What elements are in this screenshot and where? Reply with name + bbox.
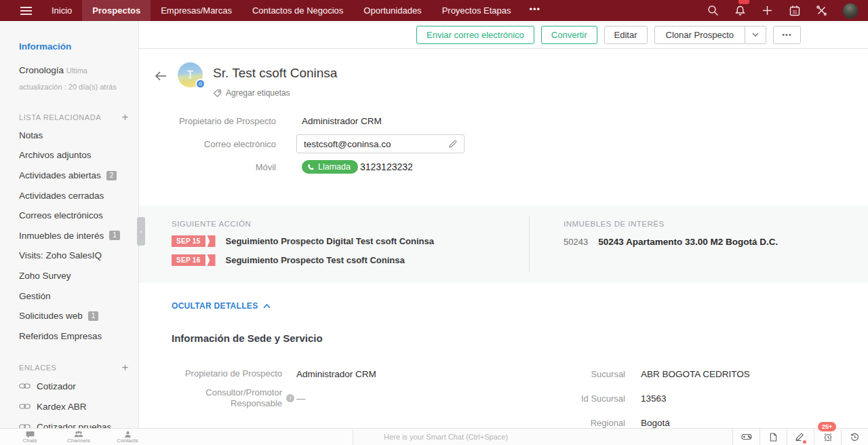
detail-label-consultor: Consultor/Promotor Responsable i [172,387,282,409]
detail-value-regional: Bogotá [641,418,670,428]
add-tags-button[interactable]: Agregar etiquetas [213,88,337,98]
chain-link-icon [19,403,31,410]
chats-tab[interactable]: Chats [5,431,54,444]
crm-app: Inicio Prospectos Empresas/Marcas Contac… [0,0,868,445]
history-button[interactable] [841,429,868,445]
add-related-list-icon[interactable]: + [121,111,129,124]
sidebar-item-actividades-cerradas[interactable]: Actividades cerradas [19,185,138,206]
document-icon [770,433,777,442]
call-button[interactable]: Llamada [302,160,358,174]
chevron-up-icon [263,304,271,309]
game-controller-icon [741,433,752,440]
record-avatar[interactable]: T 0 [178,62,203,88]
count-badge: 1 [109,231,120,240]
sidebar-item-inmuebles[interactable]: Inmuebles de interés1 [19,226,138,246]
smart-chat-input[interactable] [353,433,732,441]
sidebar-item-solicitudes[interactable]: Solicitudes web1 [19,306,138,326]
field-label-owner: Propietario de Prospecto [172,116,276,126]
sidebar-link-cotizador[interactable]: Cotizador [19,376,138,396]
property-id: 50243 [564,237,588,247]
convert-button[interactable]: Convertir [541,26,597,44]
tools-setup-icon[interactable] [815,4,828,17]
detail-value-id-sucursal: 13563 [641,393,667,404]
detail-fields-grid: Propietario de Prospecto Administrador C… [172,362,868,428]
detail-value-consultor: — [296,393,306,404]
sidebar-item-archivos[interactable]: Archivos adjuntos [19,145,138,166]
footer-utility-icons [732,429,868,445]
sidebar-item-survey[interactable]: Zoho Survey [19,266,138,286]
nav-item-empresas[interactable]: Empresas/Marcas [151,0,242,21]
property-name[interactable]: 50243 Apartamento 33.00 M2 Bogotá D.C. [598,237,778,247]
nav-item-contactos[interactable]: Contactos de Negocios [242,0,353,21]
sidebar-item-gestion[interactable]: Gestión [19,286,138,306]
notification-badge [738,0,749,4]
mobile-number[interactable]: 3123123232 [360,161,413,172]
send-email-button[interactable]: Enviar correo electrónico [416,26,534,44]
alarm-clock-icon [823,433,833,442]
sidebar-item-correos[interactable]: Correos electrónicos [19,206,138,226]
clone-button[interactable]: Clonar Prospecto [655,26,745,43]
detail-label-owner: Propietario de Prospecto [172,368,282,379]
nav-item-proyectos[interactable]: Proyectos Etapas [432,0,521,21]
sidebar-item-informacion[interactable]: Información [19,41,138,52]
date-badge: SEP 16 [172,254,205,266]
next-action-item[interactable]: SEP 15 Seguimiento Prospecto Digital Tes… [172,235,529,247]
nav-item-oportunidades[interactable]: Oportunidades [353,0,431,21]
calendar-icon[interactable]: 31 [788,4,801,17]
hide-details-toggle[interactable]: OCULTAR DETALLES [172,301,868,311]
ribbon-flag-icon [208,254,216,266]
history-clock-icon [850,433,859,442]
detail-value-owner: Administrador CRM [296,369,376,379]
next-action-band: SIGUIENTE ACCIÓN SEP 15 Seguimiento Pros… [139,206,868,283]
sidebar-item-referidos[interactable]: Referidos Empresas [19,326,138,347]
chain-link-icon [19,423,31,428]
field-label-mobile: Móvil [172,162,276,172]
links-header: ENLACES + [19,364,138,372]
top-navigation: Inicio Prospectos Empresas/Marcas Contac… [0,0,868,21]
edit-pencil-icon[interactable] [448,140,457,149]
sidebar-item-actividades-abiertas[interactable]: Actividades abiertas2 [19,166,138,186]
next-action-header: SIGUIENTE ACCIÓN [172,220,529,228]
notes-button[interactable] [760,429,787,445]
nav-item-inicio[interactable]: Inicio [41,0,82,21]
smart-chat-bar: Chats Channels Contacts [0,428,868,445]
tag-icon [213,89,222,98]
sidebar-link-kardex[interactable]: Kardex ABR [19,396,138,417]
property-item[interactable]: 50243 50243 Apartamento 33.00 M2 Bogotá … [564,237,778,247]
detail-label-regional: Regional [536,418,625,428]
user-avatar[interactable] [842,3,859,19]
sidebar-link-cotizador-pruebas[interactable]: Cotizador pruebas [19,417,138,428]
sidebar-item-visits[interactable]: Visits: Zoho SalesIQ [19,246,138,266]
field-label-email: Correo electrónico [172,139,276,149]
nav-more-button[interactable]: ••• [521,0,549,21]
next-action-item[interactable]: SEP 16 Seguimiento Prospecto Test csoft … [172,254,529,266]
signature-button[interactable] [787,429,814,445]
games-button[interactable] [732,429,760,445]
sidebar-item-cronologia[interactable]: Cronología Ultima actualización : 20 día… [19,62,138,96]
chat-tabs: Chats Channels Contacts [0,429,353,445]
smart-chat-input-wrap [353,429,732,445]
ribbon-flag-icon [208,235,216,247]
reminders-count-badge: 25+ [818,422,836,431]
info-icon[interactable]: i [286,394,294,402]
add-link-icon[interactable]: + [121,361,129,374]
record-main: Enviar correo electrónico Convertir Edit… [139,21,868,428]
sidebar-collapse-handle[interactable]: ‹ [137,217,145,246]
detail-value-sucursal: ABR BOGOTA CEDRITOS [641,369,750,379]
search-icon[interactable] [707,4,719,17]
notifications-bell-icon[interactable] [734,4,747,17]
channels-tab[interactable]: Channels [54,431,103,444]
nav-item-prospectos[interactable]: Prospectos [82,0,151,21]
email-field[interactable]: testcsoft@coninsa.co [296,134,465,153]
edit-button[interactable]: Editar [604,26,648,44]
contacts-tab[interactable]: Contacts [103,431,152,444]
sidebar-item-notas[interactable]: Notas [19,125,138,146]
more-actions-button[interactable]: ••• [773,26,801,44]
count-badge: 1 [88,311,99,321]
add-plus-icon[interactable] [761,4,774,17]
back-arrow-icon[interactable] [155,71,167,83]
menu-icon[interactable] [0,0,41,21]
next-action-panel: SIGUIENTE ACCIÓN SEP 15 Seguimiento Pros… [139,206,529,283]
clone-dropdown-button[interactable] [745,26,766,43]
svg-text:31: 31 [792,9,797,14]
